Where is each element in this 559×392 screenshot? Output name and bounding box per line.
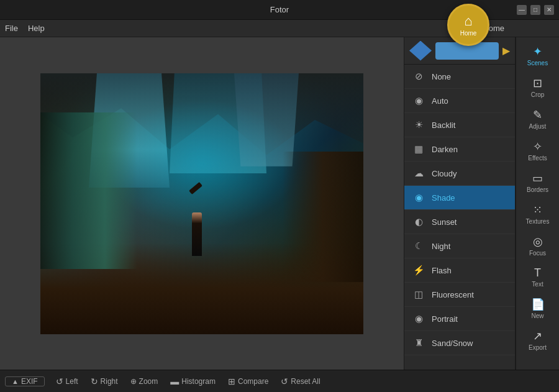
title-bar: Fotor — □ ✕ ⌂ Home <box>0 0 559 20</box>
histogram-icon: ▬ <box>170 376 179 386</box>
scene-label-backlit: Backlit <box>432 121 455 130</box>
toolbar-label-export: Export <box>529 344 547 351</box>
toolbar-icon-adjust: ✎ <box>533 108 542 122</box>
scene-icon-none: ⊘ <box>412 70 425 83</box>
menu-file[interactable]: File <box>5 24 18 33</box>
maximize-button[interactable]: □ <box>530 5 540 15</box>
toolbar-item-export[interactable]: ↗ Export <box>516 324 559 356</box>
tab-diamond[interactable] <box>409 41 432 61</box>
histogram-button[interactable]: ▬ Histogram <box>164 370 222 392</box>
right-toolbar: ✦ Scenes ⊡ Crop ✎ Adjust ✧ Effects ▭ Bor… <box>516 37 559 370</box>
scene-label-flash: Flash <box>432 266 452 275</box>
toolbar-icon-text: T <box>534 267 541 280</box>
reset-all-button[interactable]: ↺ Reset All <box>275 370 326 392</box>
home-circle-icon: ⌂ <box>464 13 472 29</box>
toolbar-item-borders[interactable]: ▭ Borders <box>516 166 559 198</box>
left-wall <box>40 112 137 269</box>
scene-item-cloudy[interactable]: ☁ Cloudy <box>404 162 515 186</box>
scene-item-darken[interactable]: ▦ Darken <box>404 137 515 162</box>
reset-icon: ↺ <box>281 376 288 386</box>
toolbar-label-textures: Textures <box>526 218 550 225</box>
histogram-label: Histogram <box>181 377 216 386</box>
toolbar-icon-borders: ▭ <box>532 171 543 185</box>
scene-label-sunset: Sunset <box>432 217 457 227</box>
minimize-button[interactable]: — <box>517 5 527 15</box>
scene-item-flash[interactable]: ⚡ Flash <box>404 258 515 283</box>
toolbar-label-effects: Effects <box>528 155 547 162</box>
toolbar-icon-scenes: ✦ <box>533 45 542 58</box>
toolbar-icon-export: ↗ <box>533 329 542 343</box>
content-area: ▶ ⊘ None ◉ Auto ☀ Backlit ▦ Darken ☁ Clo… <box>0 37 559 370</box>
scene-item-sand-snow[interactable]: ♜ Sand/Snow <box>404 331 515 355</box>
scene-label-sand-snow: Sand/Snow <box>432 339 473 348</box>
app-title: Fotor <box>270 5 289 14</box>
home-circle-label: Home <box>460 30 477 37</box>
right-rotate-button[interactable]: ↻ Right <box>84 370 124 392</box>
toolbar-item-textures[interactable]: ⁙ Textures <box>516 198 559 230</box>
scene-icon-portrait: ◉ <box>412 312 425 326</box>
zoom-label: Zoom <box>139 377 158 386</box>
bottom-bar: ▲ EXIF ↺ Left ↻ Right ⊕ Zoom ▬ Histogram… <box>0 370 559 392</box>
zoom-button[interactable]: ⊕ Zoom <box>124 370 165 392</box>
scene-label-none: None <box>432 72 451 81</box>
compare-label: Compare <box>238 377 268 386</box>
toolbar-label-adjust: Adjust <box>529 123 547 130</box>
toolbar-icon-new: 📄 <box>531 298 545 311</box>
scene-item-sunset[interactable]: ◐ Sunset <box>404 210 515 234</box>
menu-help[interactable]: Help <box>28 24 45 33</box>
scene-label-cloudy: Cloudy <box>432 169 457 178</box>
scene-icon-cloudy: ☁ <box>412 166 425 180</box>
scenes-list: ⊘ None ◉ Auto ☀ Backlit ▦ Darken ☁ Cloud… <box>404 65 515 370</box>
toolbar-label-borders: Borders <box>527 186 548 193</box>
scene-label-night: Night <box>432 242 450 251</box>
toolbar-item-text[interactable]: T Text <box>516 262 559 293</box>
toolbar-item-adjust[interactable]: ✎ Adjust <box>516 103 559 135</box>
scene-label-portrait: Portrait <box>432 314 458 324</box>
scene-item-shade[interactable]: ◉ Shade <box>404 186 515 210</box>
compare-button[interactable]: ⊞ Compare <box>222 370 275 392</box>
right-rotate-label: Right <box>101 377 118 386</box>
scene-item-none[interactable]: ⊘ None <box>404 65 515 89</box>
scene-icon-fluorescent: ◫ <box>412 288 425 301</box>
scene-icon-shade: ◉ <box>412 191 425 204</box>
left-rotate-button[interactable]: ↺ Left <box>50 370 84 392</box>
toolbar-label-focus: Focus <box>529 250 546 257</box>
scene-label-auto: Auto <box>432 96 448 106</box>
exif-button[interactable]: ▲ EXIF <box>5 376 45 386</box>
toolbar-item-crop[interactable]: ⊡ Crop <box>516 71 559 103</box>
app-window: Fotor — □ ✕ ⌂ Home File Help ⌂ Home <box>0 0 559 392</box>
exif-icon: ▲ <box>12 378 19 385</box>
toolbar-label-text: Text <box>532 281 543 288</box>
scene-item-auto[interactable]: ◉ Auto <box>404 89 515 113</box>
toolbar-item-effects[interactable]: ✧ Effects <box>516 135 559 166</box>
scene-icon-night: ☾ <box>412 239 425 253</box>
canvas-area <box>0 37 404 370</box>
scene-icon-auto: ◉ <box>412 94 425 107</box>
toolbar-item-new[interactable]: 📄 New <box>516 293 559 324</box>
scene-item-portrait[interactable]: ◉ Portrait <box>404 307 515 331</box>
close-button[interactable]: ✕ <box>544 5 554 15</box>
toolbar-label-crop: Crop <box>531 91 545 98</box>
tab-arrow[interactable]: ▶ <box>502 45 510 57</box>
scene-item-backlit[interactable]: ☀ Backlit <box>404 113 515 137</box>
scene-icon-sunset: ◐ <box>412 215 425 229</box>
toolbar-icon-crop: ⊡ <box>533 76 542 90</box>
photo-canvas <box>40 73 363 334</box>
toolbar-item-focus[interactable]: ◎ Focus <box>516 230 559 262</box>
scene-icon-darken: ▦ <box>412 142 425 156</box>
scene-item-night[interactable]: ☾ Night <box>404 234 515 258</box>
scene-icon-backlit: ☀ <box>412 118 425 132</box>
left-rotate-icon: ↺ <box>56 376 63 386</box>
toolbar-icon-effects: ✧ <box>533 140 542 153</box>
scene-label-darken: Darken <box>432 145 458 154</box>
toolbar-label-scenes: Scenes <box>527 60 548 66</box>
scene-item-fluorescent[interactable]: ◫ Fluorescent <box>404 283 515 307</box>
window-controls: — □ ✕ <box>517 5 554 15</box>
figure <box>192 212 202 256</box>
reset-label: Reset All <box>291 377 320 386</box>
home-circle-button[interactable]: ⌂ Home <box>447 4 489 46</box>
scene-icon-flash: ⚡ <box>412 263 425 277</box>
exif-label: EXIF <box>21 377 38 386</box>
compare-icon: ⊞ <box>228 376 235 386</box>
toolbar-item-scenes[interactable]: ✦ Scenes <box>516 40 559 71</box>
